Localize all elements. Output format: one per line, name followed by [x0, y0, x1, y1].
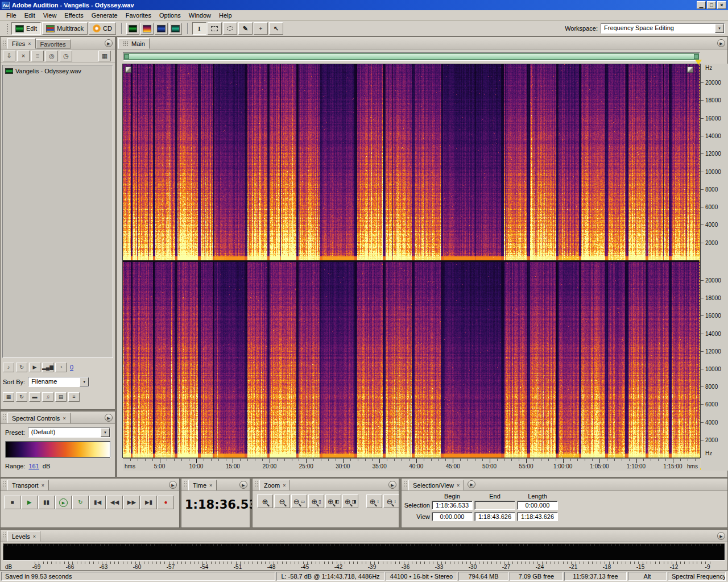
panel-menu-button[interactable]: ▶ [239, 481, 247, 489]
minimize-button[interactable]: ▁ [697, 1, 706, 9]
edit-view-button[interactable]: Edit [11, 22, 41, 35]
spot-healing-brush-tool[interactable]: + [254, 22, 268, 35]
play-file-button-button[interactable]: ▶ [29, 363, 40, 372]
preview-volume-button[interactable]: ▂▄▆ [42, 363, 53, 372]
lasso-selection-tool[interactable] [223, 22, 237, 35]
sort-by-combobox[interactable]: Filename ▼ [28, 377, 89, 387]
close-icon[interactable]: × [42, 483, 44, 488]
waveform-display-button[interactable] [126, 23, 139, 35]
view-length-field[interactable]: 1:18:43.626 [517, 512, 558, 521]
zoom-out-horizontal-button[interactable]: ⊖ [274, 494, 290, 508]
show-loop-files-button[interactable]: ↻ [16, 392, 27, 402]
workspace-combobox[interactable]: Frequency Space Editing ▼ [601, 23, 725, 34]
import-file-button[interactable]: ⇩ [3, 51, 15, 61]
view-begin-field[interactable]: 0:00.000 [432, 512, 473, 521]
view-end-field[interactable]: 1:18:43.626 [474, 512, 515, 521]
tab-time[interactable]: Time × [188, 480, 217, 490]
selection-end-field[interactable] [474, 501, 515, 510]
panel-menu-button[interactable]: ▶ [105, 39, 113, 47]
close-icon[interactable]: × [209, 483, 212, 488]
chevron-down-icon[interactable]: ▼ [101, 428, 110, 437]
range-value[interactable]: 161 [28, 463, 39, 469]
scrub-tool[interactable]: ↖ [269, 22, 283, 35]
panel-grip[interactable] [3, 414, 6, 421]
panel-menu-button[interactable]: ▶ [717, 532, 725, 540]
selection-length-field[interactable]: 0:00.000 [517, 501, 558, 510]
menu-effects[interactable]: Effects [60, 11, 87, 20]
panel-menu-button[interactable]: ▶ [717, 39, 725, 47]
timeline-ruler[interactable]: hms hms 5:0010:0015:0020:0025:0030:0035:… [123, 458, 700, 471]
zoom-range-handle[interactable] [124, 53, 699, 60]
insert-into-cd-list-button[interactable]: ◎ [46, 51, 58, 61]
tab-files[interactable]: Files × [7, 38, 36, 49]
menu-file[interactable]: File [2, 11, 20, 20]
close-icon[interactable]: × [457, 483, 460, 488]
menu-window[interactable]: Window [185, 11, 215, 20]
play-from-cursor-button[interactable]: ▶ [55, 496, 72, 509]
preview-value[interactable]: 0 [70, 364, 73, 371]
fast-forward-button[interactable]: ▶▶ [123, 496, 140, 509]
zoom-in-horizontal-button[interactable]: ⊕ [257, 494, 273, 508]
restore-button[interactable]: □ [707, 1, 716, 9]
spectral-pan-display-button[interactable] [155, 23, 168, 35]
panel-grip[interactable] [3, 532, 6, 539]
close-icon[interactable]: × [28, 41, 31, 47]
multitrack-view-button[interactable]: Multitrack [42, 22, 88, 35]
panel-grip[interactable] [3, 39, 6, 47]
advanced-options-button[interactable]: ▦ [98, 51, 111, 61]
menu-generate[interactable]: Generate [88, 11, 122, 20]
show-full-paths-button[interactable]: ≡ [68, 392, 80, 402]
menu-view[interactable]: View [39, 11, 61, 20]
show-audio-files-button[interactable]: ▦ [3, 392, 14, 402]
tab-selection-view[interactable]: Selection/View × [408, 480, 464, 490]
chevron-down-icon[interactable]: ▼ [715, 24, 724, 33]
zoom-out-vertical-button[interactable]: ⊖↕ [383, 494, 399, 508]
effects-paintbrush-tool[interactable]: ✎ [238, 22, 253, 35]
panel-menu-button[interactable]: ▶ [468, 480, 475, 488]
tab-transport[interactable]: Transport × [7, 480, 49, 490]
time-selection-tool[interactable]: I [192, 22, 206, 35]
tab-spectral-controls[interactable]: Spectral Controls × [7, 413, 71, 423]
zoom-in-vertical-button[interactable]: ⊕↕ [366, 494, 382, 508]
chevron-down-icon[interactable]: ▼ [80, 377, 89, 386]
file-history-button[interactable]: ◷ [60, 51, 72, 61]
zoom-to-selection-button[interactable]: ⊕▯ [308, 494, 324, 508]
marquee-selection-tool[interactable] [208, 22, 222, 35]
loop-playback-toggle-button[interactable]: ↻ [16, 363, 27, 372]
preset-combobox[interactable]: (Default) ▼ [28, 427, 110, 438]
spectral-gradient-editor[interactable] [6, 442, 110, 457]
selection-begin-field[interactable]: 1:18:36.533 [432, 501, 473, 510]
spectral-frequency-display-button[interactable] [140, 23, 154, 35]
file-item[interactable]: Vangelis - Odyssey.wav [4, 66, 111, 76]
menu-help[interactable]: Help [215, 11, 236, 20]
close-button[interactable]: × [717, 1, 726, 9]
toolbar-grip[interactable] [6, 23, 9, 34]
frequency-ruler[interactable]: Hz Hz 2000018000160001400012000100008000… [701, 64, 728, 471]
panel-menu-button[interactable]: ▶ [388, 481, 396, 489]
zoom-in-left-selection-button[interactable]: ⊕◧ [325, 494, 341, 508]
zoom-in-right-selection-button[interactable]: ⊕◨ [342, 494, 358, 508]
tab-favorites[interactable]: Favorites [36, 39, 71, 49]
autoplay-toggle-button[interactable]: ♪ [3, 363, 14, 372]
close-icon[interactable]: × [63, 415, 65, 421]
tab-main[interactable]: Main [118, 38, 150, 49]
stop-button[interactable]: ■ [4, 496, 20, 509]
show-video-files-button[interactable]: ▬ [29, 392, 40, 402]
selection-handle-right[interactable] [687, 66, 693, 73]
preview-time-button[interactable]: ◔ [55, 363, 67, 372]
zoom-range-bar[interactable] [123, 52, 700, 61]
menu-edit[interactable]: Edit [20, 11, 39, 20]
close-icon[interactable]: × [33, 534, 36, 539]
menu-options[interactable]: Options [155, 11, 185, 20]
close-icon[interactable]: × [283, 483, 286, 488]
panel-grip[interactable] [3, 481, 6, 488]
pause-button[interactable]: ▮▮ [38, 496, 55, 509]
zoom-out-full-button[interactable]: ⊖▭ [291, 494, 307, 508]
panel-menu-button[interactable]: ▶ [169, 481, 177, 489]
spectrogram-canvas[interactable] [123, 64, 700, 458]
cd-view-button[interactable]: CD [89, 22, 116, 35]
spectral-phase-display-button[interactable] [169, 23, 182, 35]
show-markers-button[interactable]: ▤ [55, 392, 67, 402]
level-meter[interactable] [3, 543, 725, 560]
selection-handle-left[interactable] [125, 66, 131, 73]
